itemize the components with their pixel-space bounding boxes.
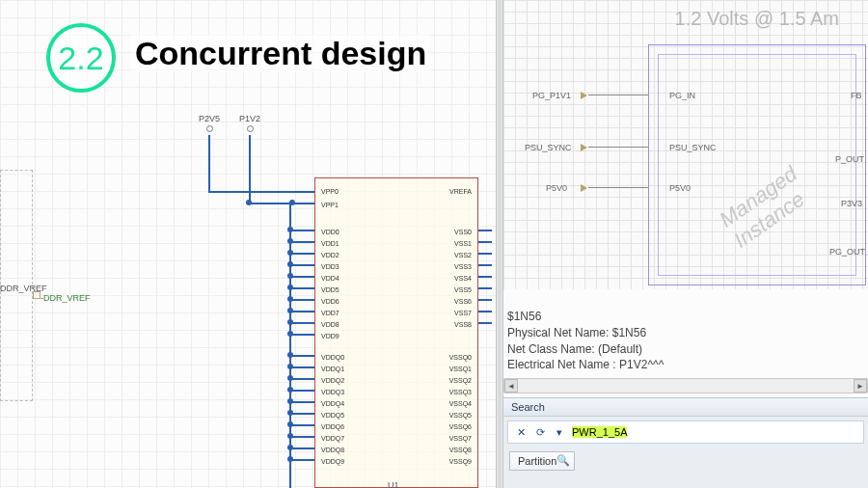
search-panel-header[interactable]: Search (503, 398, 868, 417)
pin: VDDQ6 (321, 423, 344, 430)
section-badge: 2.2 (46, 23, 116, 93)
value: (Default) (598, 342, 642, 356)
power-label-text: P2V5 (199, 114, 220, 123)
pin: VSSQ6 (449, 423, 472, 430)
pin: VSSQ2 (449, 377, 472, 384)
wire (249, 203, 314, 204)
pin: VDDQ5 (321, 412, 344, 419)
pin: VSS1 (454, 240, 472, 247)
pin-vpp0: VPP0 (321, 188, 339, 195)
pin: VDD8 (321, 321, 339, 328)
block-pin: PSU_SYNC (669, 143, 717, 152)
net-id: $1N56 (507, 309, 864, 325)
pin-vpp1: VPP1 (321, 202, 339, 208)
refdes-label: U1 (388, 480, 399, 488)
pin: VDD7 (321, 310, 339, 316)
ic-component[interactable]: VPP0 VPP1 VREFA VDD0 VDD1 VDD2 VDD3 VDD4… (314, 177, 478, 488)
block-pin: P_OUT (835, 154, 864, 164)
block-pin: PG_IN (669, 91, 695, 100)
power-label-p1v2: P1V2 (235, 114, 264, 132)
vertical-splitter[interactable] (496, 0, 503, 488)
block-pin: P3V3 (841, 199, 862, 208)
search-result[interactable]: PWR_1_5A (572, 426, 857, 438)
block-pin: PG_OUT (829, 247, 865, 257)
value: $1N56 (612, 326, 646, 339)
port-label: PG_P1V1 (532, 91, 571, 100)
pin: VDD1 (321, 240, 339, 247)
port-arrow (33, 291, 41, 299)
pin: VSSQ9 (449, 458, 472, 465)
search-panel: Search ✕ ⟳ ▾ PWR_1_5A Partition 🔍 (503, 397, 868, 488)
net-phys: Physical Net Name: $1N56 (507, 325, 864, 341)
pin: VDD2 (321, 252, 339, 258)
port-label: P5V0 (546, 183, 567, 193)
label: Physical Net Name: (507, 326, 609, 339)
pin: VDD3 (321, 263, 339, 270)
net-label-text: -DDR_VREF (41, 293, 91, 303)
partition-label: Partition (518, 455, 556, 467)
port-icon (581, 184, 587, 192)
pin: VSSQ5 (449, 412, 472, 419)
net-label-ddr-vref2: -DDR_VREF (41, 293, 91, 303)
block-pin: FB (851, 91, 862, 100)
pin: VSS2 (454, 252, 472, 258)
wire (208, 191, 314, 193)
port-label: PSU_SYNC (525, 143, 572, 152)
pin: VSSQ3 (449, 389, 472, 395)
net-elec: Electrical Net Name : P1V2^^^ (507, 357, 864, 373)
search-icon: 🔍 (556, 454, 570, 467)
partition-button[interactable]: Partition 🔍 (509, 451, 575, 471)
refresh-search-icon[interactable]: ⟳ (533, 425, 547, 439)
block-pin: P5V0 (669, 183, 691, 193)
horizontal-scrollbar[interactable]: ◄ ► (503, 378, 868, 393)
pin: VDD5 (321, 286, 339, 293)
pin: VSSQ0 (449, 354, 472, 361)
wire (588, 95, 648, 95)
pin: VDD9 (321, 333, 339, 339)
pin: VSSQ4 (449, 400, 472, 407)
label: Electrical Net Name : (507, 358, 616, 371)
clear-search-icon[interactable]: ✕ (514, 425, 528, 439)
pin: VDD0 (321, 229, 339, 235)
pin: VDDQ4 (321, 400, 344, 407)
search-dropdown-icon[interactable]: ▾ (553, 425, 566, 439)
pin: VSS5 (454, 286, 472, 293)
pin: VSS8 (454, 321, 472, 328)
pin: VSS6 (454, 298, 472, 305)
scroll-left-icon[interactable]: ◄ (504, 379, 518, 393)
wire (588, 187, 648, 188)
pin: VSSQ7 (449, 435, 472, 442)
value: P1V2^^^ (619, 358, 664, 371)
right-pane: 1.2 Volts @ 1.5 Am Managed Instance PG_P… (503, 0, 868, 488)
port-icon (581, 144, 587, 151)
port-icon (581, 92, 587, 99)
pin: VSS3 (454, 263, 472, 270)
pin: VDD4 (321, 275, 339, 282)
wire (249, 135, 251, 204)
search-value: PWR_1_5A (572, 426, 627, 438)
pin: VSSQ1 (449, 366, 472, 372)
pin: VDD6 (321, 298, 339, 305)
pin: VSS7 (454, 310, 472, 316)
net-class: Net Class Name: (Default) (507, 341, 864, 358)
net-info-tooltip: $1N56 Physical Net Name: $1N56 Net Class… (507, 309, 864, 373)
pin: VSSQ8 (449, 447, 472, 453)
power-label-p2v5: P2V5 (195, 114, 224, 132)
wire (289, 203, 291, 226)
scroll-right-icon[interactable]: ► (854, 379, 867, 393)
power-ring-icon (247, 125, 254, 132)
label: Net Class Name: (507, 342, 595, 356)
wire (208, 135, 210, 193)
pin: VDDQ1 (321, 366, 344, 372)
pin: VDDQ3 (321, 389, 344, 395)
pin: VDDQ0 (321, 354, 344, 361)
pin: VSS4 (454, 275, 472, 282)
pin: VDDQ9 (321, 458, 344, 465)
pin: VDDQ7 (321, 435, 344, 442)
sheet-title: 1.2 Volts @ 1.5 Am (675, 8, 839, 30)
pin-vrefa: VREFA (449, 188, 472, 195)
junction-dot (246, 200, 252, 205)
power-label-text: P1V2 (239, 114, 260, 123)
right-schematic-canvas[interactable]: 1.2 Volts @ 1.5 Am Managed Instance PG_P… (503, 0, 868, 289)
pin: VDDQ8 (321, 447, 344, 453)
